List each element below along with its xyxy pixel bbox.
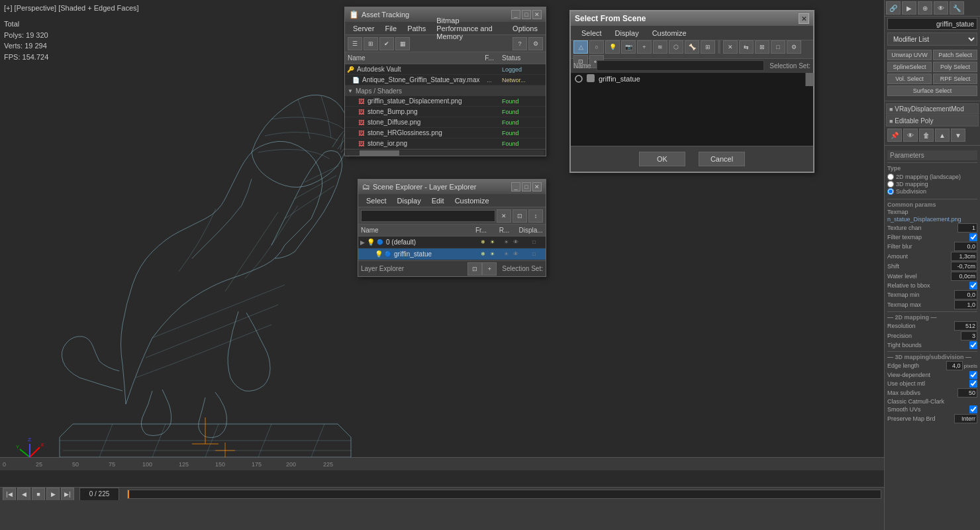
rp-icon-motion[interactable]: ▶ bbox=[902, 1, 916, 15]
play-back-btn[interactable]: ◀ bbox=[17, 488, 30, 501]
select-menu-display[interactable]: Display bbox=[609, 28, 646, 38]
asset-close-btn[interactable]: ✕ bbox=[532, 10, 542, 19]
asset-menu-bitmap[interactable]: Bitmap Performance and Memory bbox=[431, 15, 507, 42]
rp-icon-link[interactable]: 🔗 bbox=[886, 1, 901, 15]
view-dependent-checkbox[interactable] bbox=[969, 371, 977, 379]
radio-2d[interactable] bbox=[887, 174, 894, 180]
asset-menu-file[interactable]: File bbox=[379, 23, 402, 34]
mod-down-btn[interactable]: ▼ bbox=[951, 129, 965, 142]
modifier-item-editable-poly[interactable]: ■ Editable Poly bbox=[886, 115, 979, 127]
spline-select-btn[interactable]: SplineSelect bbox=[887, 62, 932, 72]
unwrap-uvw-btn[interactable]: Unwrap UVW bbox=[887, 50, 932, 60]
rpf-select-btn[interactable]: RPF Select bbox=[933, 74, 977, 84]
asset-menu-options[interactable]: Options bbox=[507, 23, 543, 34]
filter-blur-input[interactable] bbox=[954, 242, 977, 251]
precision-input[interactable] bbox=[961, 331, 977, 341]
object-name-input[interactable] bbox=[887, 18, 977, 30]
list-item[interactable]: 🖼 griffin_statue_Displacement.png Found bbox=[345, 96, 546, 107]
rp-icon-hierarchy[interactable]: ⊕ bbox=[918, 1, 932, 15]
vol-select-btn[interactable]: Vol. Select bbox=[887, 74, 932, 84]
scene-tb-clear[interactable]: ✕ bbox=[497, 209, 511, 223]
scene-menu-select[interactable]: Select bbox=[361, 195, 392, 206]
scene-tb-sort[interactable]: ↕ bbox=[528, 209, 543, 223]
scene-row[interactable]: 💡 🔵 griffin_statue ❄ ☀ ☀ 👁 □ bbox=[358, 248, 546, 260]
tight-bounds-checkbox[interactable] bbox=[969, 341, 977, 349]
list-item[interactable]: 🖼 stone_Bump.png Found bbox=[345, 107, 546, 117]
scene-menu-display[interactable]: Display bbox=[392, 195, 426, 206]
stop-btn[interactable]: ■ bbox=[32, 488, 45, 501]
list-item[interactable]: 📄 Antique_Stone_Griffin_Statue_vray.max … bbox=[345, 75, 546, 85]
texture-chan-input[interactable] bbox=[957, 223, 977, 233]
select-tb-helpers[interactable]: + bbox=[637, 40, 652, 54]
select-tb-invert[interactable]: ⇆ bbox=[739, 40, 754, 54]
list-item[interactable]: 🖼 stone_ior.png Found bbox=[345, 138, 546, 149]
radio-3d[interactable] bbox=[887, 181, 894, 187]
scene-maximize-btn[interactable]: □ bbox=[522, 182, 531, 191]
scene-close-btn[interactable]: ✕ bbox=[532, 182, 542, 191]
asset-tb-list[interactable]: ☰ bbox=[348, 37, 362, 50]
select-tb-none[interactable]: □ bbox=[771, 40, 785, 54]
rp-icon-display[interactable]: 👁 bbox=[934, 1, 948, 15]
list-item[interactable]: 🔑 Autodesk Vault Logged bbox=[345, 64, 546, 75]
mod-pin-btn[interactable]: 📌 bbox=[887, 129, 902, 142]
preserve-map-borders-input[interactable] bbox=[954, 414, 977, 423]
patch-select-btn[interactable]: Patch Select bbox=[933, 50, 977, 60]
smooth-uvs-checkbox[interactable] bbox=[969, 405, 977, 413]
list-item[interactable]: 🖼 stone_Diffuse.png Found bbox=[345, 117, 546, 128]
rp-icon-utilities[interactable]: 🔧 bbox=[950, 1, 964, 15]
select-ok-btn[interactable]: OK bbox=[639, 152, 685, 166]
next-frame-btn[interactable]: ▶| bbox=[61, 488, 74, 501]
list-item[interactable]: 🖼 stone_HRGlossiness.png Found bbox=[345, 128, 546, 138]
select-menu-select[interactable]: Select bbox=[575, 28, 609, 38]
max-subdivs-input[interactable] bbox=[957, 388, 977, 398]
mod-up-btn[interactable]: ▲ bbox=[935, 129, 950, 142]
select-tb-options[interactable]: ⚙ bbox=[787, 40, 801, 54]
edge-length-input[interactable] bbox=[946, 361, 963, 370]
asset-tb-check[interactable]: ✔ bbox=[379, 37, 394, 50]
select-tb-particles[interactable]: ⬡ bbox=[669, 40, 683, 54]
select-menu-customize[interactable]: Customize bbox=[646, 28, 693, 38]
modifier-list-dropdown[interactable]: Modifier List bbox=[887, 32, 977, 46]
use-object-mtl-checkbox[interactable] bbox=[969, 380, 977, 388]
amount-input[interactable] bbox=[951, 252, 977, 261]
select-tb-geometry[interactable]: △ bbox=[573, 40, 588, 54]
select-tb-spacewarps[interactable]: ≋ bbox=[653, 40, 667, 54]
scene-window-titlebar[interactable]: 🗂 Scene Explorer - Layer Explorer _ □ ✕ bbox=[358, 180, 546, 194]
select-tb-groups[interactable]: ⊞ bbox=[701, 40, 715, 54]
scene-menu-customize[interactable]: Customize bbox=[450, 195, 495, 206]
prev-frame-btn[interactable]: |◀ bbox=[3, 488, 16, 501]
asset-tb-help[interactable]: ? bbox=[513, 37, 527, 50]
play-btn[interactable]: ▶ bbox=[46, 488, 60, 501]
select-tb-all[interactable]: ⊠ bbox=[755, 40, 769, 54]
asset-minimize-btn[interactable]: _ bbox=[511, 10, 520, 19]
list-item[interactable]: griffin_statue bbox=[571, 73, 805, 85]
asset-tb-grid[interactable]: ⊞ bbox=[364, 37, 378, 50]
select-tb-deselect[interactable]: ✕ bbox=[723, 40, 738, 54]
resolution-input[interactable] bbox=[954, 321, 977, 331]
select-tb-lights[interactable]: 💡 bbox=[605, 40, 620, 54]
shift-input[interactable] bbox=[951, 262, 977, 271]
asset-tb-settings[interactable]: ⚙ bbox=[528, 37, 543, 50]
asset-menu-server[interactable]: Server bbox=[348, 23, 379, 34]
texmap-max-input[interactable] bbox=[954, 300, 977, 309]
select-titlebar[interactable]: Select From Scene ✕ bbox=[571, 11, 813, 26]
water-level-input[interactable] bbox=[951, 272, 977, 281]
modifier-item-vray[interactable]: ■ VRayDisplacementMod bbox=[886, 103, 979, 115]
mod-delete-btn[interactable]: 🗑 bbox=[919, 129, 934, 142]
select-close-btn[interactable]: ✕ bbox=[799, 13, 809, 24]
surface-select-btn[interactable]: Surface Select bbox=[887, 85, 977, 96]
asset-maximize-btn[interactable]: □ bbox=[522, 10, 531, 19]
asset-scrollbar[interactable] bbox=[345, 149, 546, 156]
asset-menu-paths[interactable]: Paths bbox=[402, 23, 431, 34]
select-cancel-btn[interactable]: Cancel bbox=[699, 152, 745, 166]
scene-menu-edit[interactable]: Edit bbox=[426, 195, 450, 206]
mod-show-btn[interactable]: 👁 bbox=[903, 129, 918, 142]
select-tb-cameras[interactable]: 📷 bbox=[621, 40, 636, 54]
radio-subdiv[interactable] bbox=[887, 188, 894, 195]
filter-texmap-checkbox[interactable] bbox=[969, 233, 977, 241]
scene-bot-btn2[interactable]: + bbox=[482, 262, 497, 276]
select-tb-bones[interactable]: 🦴 bbox=[685, 40, 699, 54]
scene-row[interactable]: ▶ 💡 🔵 0 (default) ❄ ☀ ☀ 👁 □ bbox=[358, 237, 546, 248]
texmap-min-input[interactable] bbox=[954, 290, 977, 299]
poly-select-btn[interactable]: Poly Select bbox=[933, 62, 977, 72]
